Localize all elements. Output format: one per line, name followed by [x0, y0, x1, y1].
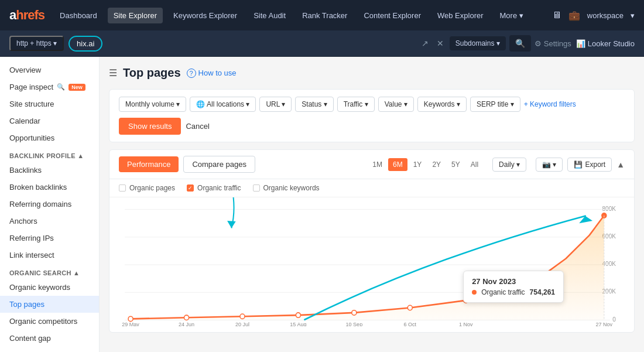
tooltip-date: 27 Nov 2023: [472, 277, 555, 286]
nav-right: 🖥 💼 workspace ▾: [552, 10, 635, 21]
svg-text:27 Nov: 27 Nov: [596, 322, 613, 326]
svg-point-13: [296, 313, 300, 317]
chart-tooltip: 27 Nov 2023 Organic traffic 754,261: [463, 271, 564, 303]
nav-site-audit[interactable]: Site Audit: [248, 8, 292, 23]
sidebar-item-broken-backlinks[interactable]: Broken backlinks: [0, 179, 99, 196]
search-bar: http + https ▾ hix.ai ↗ ✕ Subdomains ▾ 🔍…: [0, 30, 644, 57]
looker-studio-button[interactable]: 📊 Looker Studio: [576, 39, 635, 48]
checkbox-organic-pages[interactable]: [119, 184, 126, 192]
action-row: Show results Cancel: [119, 118, 625, 135]
frequency-selector[interactable]: Daily ▾: [492, 158, 526, 172]
gear-icon: ⚙: [535, 39, 542, 48]
time-2y[interactable]: 2Y: [427, 158, 446, 171]
chart-svg: 800K 600K 400K 200K 0: [119, 203, 625, 326]
filter-value[interactable]: Value ▾: [378, 97, 414, 112]
sidebar-item-referring-domains[interactable]: Referring domains: [0, 196, 99, 213]
sidebar-label-opportunities: Opportunities: [9, 134, 54, 142]
filter-serp-title[interactable]: SERP title ▾: [470, 97, 520, 112]
time-5y[interactable]: 5Y: [447, 158, 465, 171]
looker-icon: 📊: [576, 39, 585, 48]
sidebar-item-calendar[interactable]: Calendar: [0, 112, 99, 129]
svg-point-11: [184, 315, 189, 320]
nav-site-explorer[interactable]: Site Explorer: [108, 8, 163, 23]
sidebar-label-calendar: Calendar: [9, 117, 40, 125]
checkbox-organic-keywords[interactable]: [253, 184, 260, 192]
time-1y[interactable]: 1Y: [409, 158, 427, 171]
tab-performance[interactable]: Performance: [119, 156, 179, 172]
time-all[interactable]: All: [466, 158, 483, 171]
collapse-button[interactable]: ▲: [616, 160, 625, 169]
nav-more[interactable]: More ▾: [494, 8, 529, 23]
tooltip-row: Organic traffic 754,261: [472, 288, 555, 296]
close-icon[interactable]: ✕: [434, 36, 446, 50]
export-button[interactable]: 💾 Export: [567, 158, 612, 172]
filter-all-locations[interactable]: 🌐 All locations ▾: [190, 97, 256, 112]
camera-button[interactable]: 📷 ▾: [536, 158, 563, 172]
time-6m[interactable]: 6M: [388, 158, 407, 171]
cancel-button[interactable]: Cancel: [186, 122, 209, 131]
svg-point-15: [407, 305, 412, 310]
sidebar-item-overview[interactable]: Overview: [0, 61, 99, 78]
sidebar: Overview Page inspect 🔍 New Site structu…: [0, 57, 100, 352]
sidebar-item-page-inspect[interactable]: Page inspect 🔍 New: [0, 78, 99, 95]
sidebar-item-content-gap[interactable]: Content gap: [0, 330, 99, 347]
sidebar-item-organic-keywords[interactable]: Organic keywords: [0, 279, 99, 296]
sidebar-label-link-intersect: Link intersect: [9, 251, 54, 259]
domain-display[interactable]: hix.ai: [68, 36, 102, 52]
protocol-selector[interactable]: http + https ▾: [9, 36, 64, 51]
sidebar-item-site-structure[interactable]: Site structure: [0, 95, 99, 112]
filter-monthly-volume[interactable]: Monthly volume ▾: [119, 97, 186, 112]
time-range-selector: 1M 6M 1Y 2Y 5Y All: [368, 158, 483, 171]
workspace-chevron: ▾: [631, 11, 635, 20]
sidebar-item-opportunities[interactable]: Opportunities: [0, 129, 99, 146]
filter-status[interactable]: Status ▾: [295, 97, 333, 112]
sidebar-section-backlink: Backlink profile ▲: [0, 146, 99, 162]
time-1m[interactable]: 1M: [368, 158, 387, 171]
sidebar-label-organic-competitors: Organic competitors: [9, 317, 77, 326]
hamburger-icon[interactable]: ☰: [109, 67, 117, 78]
add-keyword-filters-button[interactable]: + Keyword filters: [524, 100, 576, 108]
nav-dashboard[interactable]: Dashboard: [54, 8, 103, 23]
nav-web-explorer[interactable]: Web Explorer: [431, 8, 489, 23]
sidebar-label-organic-keywords: Organic keywords: [9, 283, 70, 292]
checkbox-organic-traffic[interactable]: [187, 184, 194, 192]
help-link[interactable]: ? How to use: [187, 69, 237, 78]
sidebar-item-backlinks[interactable]: Backlinks: [0, 162, 99, 179]
chart-legend: Organic pages Organic traffic Organic ke…: [109, 179, 634, 197]
nav-content-explorer[interactable]: Content Explorer: [358, 8, 427, 23]
legend-organic-pages[interactable]: Organic pages: [119, 184, 175, 192]
tab-compare-pages[interactable]: Compare pages: [183, 156, 255, 173]
svg-text:800K: 800K: [602, 205, 616, 211]
settings-button[interactable]: ⚙ Settings: [535, 39, 571, 48]
sidebar-item-link-intersect[interactable]: Link intersect: [0, 247, 99, 264]
sidebar-item-top-pages[interactable]: Top pages: [0, 296, 99, 313]
sidebar-item-referring-ips[interactable]: Referring IPs: [0, 230, 99, 247]
logo-hrefs: hrefs: [16, 8, 44, 22]
filter-traffic[interactable]: Traffic ▾: [337, 97, 375, 112]
logo[interactable]: ahrefs: [9, 8, 44, 23]
external-link-icon[interactable]: ↗: [419, 36, 431, 50]
page-title: Top pages: [123, 66, 181, 80]
workspace-button[interactable]: workspace: [587, 11, 624, 20]
settings-label: Settings: [544, 39, 571, 48]
sidebar-item-organic-competitors[interactable]: Organic competitors: [0, 313, 99, 330]
nav-rank-tracker[interactable]: Rank Tracker: [296, 8, 353, 23]
show-results-button[interactable]: Show results: [119, 118, 181, 135]
filter-keywords[interactable]: Keywords ▾: [417, 97, 467, 112]
sidebar-section-paid: Paid search ▼: [0, 347, 99, 352]
legend-organic-keywords[interactable]: Organic keywords: [253, 184, 320, 192]
tooltip-dot: [472, 290, 477, 295]
nav-keywords-explorer[interactable]: Keywords Explorer: [167, 8, 243, 23]
svg-point-10: [128, 316, 133, 321]
main-content: ☰ Top pages ? How to use Monthly volume …: [100, 57, 644, 352]
sidebar-label-page-inspect: Page inspect: [9, 83, 53, 91]
svg-point-12: [240, 314, 245, 319]
search-button[interactable]: 🔍: [509, 35, 531, 52]
legend-organic-traffic[interactable]: Organic traffic: [187, 184, 241, 192]
monitor-icon[interactable]: 🖥: [552, 10, 561, 20]
sidebar-item-anchors[interactable]: Anchors: [0, 213, 99, 230]
filter-url[interactable]: URL ▾: [259, 97, 292, 112]
tooltip-label: Organic traffic: [481, 288, 525, 296]
workspace-icon[interactable]: 💼: [568, 10, 580, 21]
subdomains-selector[interactable]: Subdomains ▾: [450, 36, 506, 50]
